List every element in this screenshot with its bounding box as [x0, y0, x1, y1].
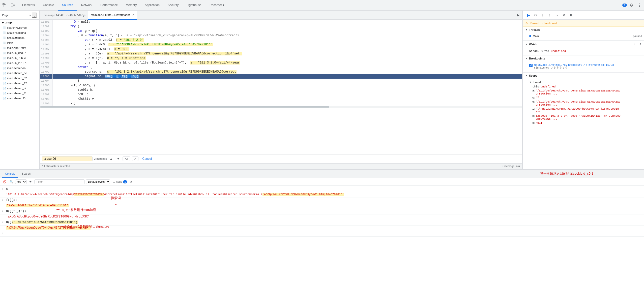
- find-regex-button[interactable]: .*: [132, 156, 138, 161]
- thread-main: Main paused: [529, 34, 642, 38]
- find-bar: 2 matches ▲ ▼ Aa .* Cancel: [40, 154, 522, 163]
- file-icon: 📄: [3, 62, 6, 65]
- more-options-button[interactable]: ⋮: [636, 2, 643, 9]
- device-toolbar-button[interactable]: [9, 2, 16, 9]
- file-tree-item[interactable]: 📄main.shared_12: [0, 81, 39, 86]
- settings-button[interactable]: ⚙: [628, 2, 635, 9]
- code-line-11704: 11704 }: [40, 79, 522, 83]
- step-button[interactable]: →: [553, 12, 560, 18]
- editor-tab-1[interactable]: main.app.1494fb...c7405b851f7.js: [41, 11, 88, 20]
- context-select[interactable]: top: [15, 179, 27, 184]
- file-tree-item[interactable]: 📄search?type=co: [0, 25, 39, 30]
- file-tree-item[interactable]: 📄main.lib_0ad37: [0, 50, 39, 55]
- console-content-wrapper: › s '101_3_2.0+/api/v4/search_v3?t=gener…: [0, 186, 644, 285]
- resume-button[interactable]: ▶: [525, 12, 532, 18]
- step-over-button[interactable]: ↺: [532, 12, 539, 18]
- watch-header[interactable]: ▼ Watch + ↺: [523, 41, 644, 48]
- step-out-button[interactable]: ↑: [546, 12, 553, 18]
- file-tree-item[interactable]: 📄main.lib_79b5c: [0, 55, 39, 60]
- code-line-11699: 11699 , c = z(t) c = "", t = undefined: [40, 56, 522, 60]
- scope-var-n: n: {zse93: '101_3_2.0', dc0: '"ABCQX1wNi…: [529, 114, 642, 121]
- console-text: '101_3_2.0+/api/v4/search_v3?t=general&q…: [6, 193, 642, 196]
- tree-root-label: top: [8, 21, 12, 24]
- console-clear-button[interactable]: 🚫: [2, 179, 8, 184]
- file-tree-root-folder[interactable]: ▶ □ top: [0, 20, 39, 25]
- threads-arrow: ▼: [525, 28, 528, 31]
- file-tree-item[interactable]: 📄aria.js?appid=a: [0, 30, 39, 35]
- scope-var-i: i: "\"ABCQX1wNixSPTmK_JEHxUc00Hb9yGoW5_9…: [529, 107, 642, 114]
- tab-lighthouse[interactable]: Lighthouse: [183, 0, 206, 11]
- breakpoints-header[interactable]: ▼ Breakpoints: [523, 55, 644, 61]
- file-tree-item[interactable]: 📄main.shared_dc: [0, 86, 39, 91]
- console-toolbar: 🚫 🔍 top 👁 Default levels 1 Issue 1 ⚙: [0, 178, 644, 186]
- console-input-arrow: ›: [2, 221, 5, 224]
- tab-network[interactable]: Network: [77, 0, 96, 11]
- find-prev-button[interactable]: ▲: [108, 156, 114, 162]
- scope-header[interactable]: ▼ Scope: [523, 73, 644, 79]
- editor-tab-2-close[interactable]: ✕: [132, 13, 134, 16]
- console-prompt-line[interactable]: ›: [0, 231, 644, 237]
- threads-header[interactable]: ▼ Threads: [523, 27, 644, 33]
- console-filter-toggle[interactable]: 🔍: [9, 179, 14, 184]
- code-line-11691: 11691 , O = null;: [40, 20, 522, 24]
- watch-add-button[interactable]: +: [632, 42, 636, 47]
- file-icon: 📄: [3, 82, 6, 85]
- editor-tab-2[interactable]: main.app.1494fb...7.js:formatted ✕: [88, 11, 137, 20]
- find-input[interactable]: [42, 156, 93, 161]
- file-tree-item[interactable]: 📄main shared f3: [0, 96, 39, 101]
- find-next-button[interactable]: ▼: [115, 156, 121, 162]
- find-match-case-button[interactable]: Aa: [123, 156, 130, 161]
- scope-local-label[interactable]: ▼ Local: [529, 80, 642, 85]
- breakpoint-file: main.app.1494fb187c7405b851f7.js:formatt…: [534, 64, 642, 67]
- tab-console[interactable]: Console: [39, 0, 58, 11]
- watch-refresh-button[interactable]: ↺: [637, 42, 642, 47]
- inspect-element-button[interactable]: [1, 2, 8, 9]
- threads-content: Main paused: [523, 33, 644, 40]
- console-output: › s '101_3_2.0+/api/v4/search_v3?t=gener…: [0, 186, 644, 238]
- console-eye-button[interactable]: 👁: [28, 179, 33, 184]
- tab-sources[interactable]: Sources: [58, 0, 77, 11]
- find-cancel-button[interactable]: Cancel: [140, 156, 154, 161]
- file-tree: ▶ □ top 📄search?type=co 📄aria.js?appid=a…: [0, 20, 39, 169]
- file-tree-item[interactable]: 📄main.shared_92: [0, 76, 39, 81]
- h-scrollbar[interactable]: [40, 106, 522, 108]
- file-panel-menu-button[interactable]: ⋮: [32, 13, 37, 18]
- file-icon: 📄: [3, 67, 6, 70]
- tab-application[interactable]: Application: [141, 0, 164, 11]
- tab-performance[interactable]: Performance: [96, 0, 122, 11]
- console-entry-f: › f()(s): [0, 198, 644, 203]
- scope-var-e: e: "/api/v4/search_v3?t=general&q=%E7%99…: [529, 100, 642, 107]
- console-text: 'aXt0rAUqcHtpgqOyygY0HrXqcM2f2T0009Nqr4r…: [6, 226, 642, 230]
- tab-elements[interactable]: Elements: [18, 0, 39, 11]
- deactivate-button[interactable]: ✕: [561, 12, 567, 18]
- breakpoint-checkbox[interactable]: [529, 64, 533, 67]
- file-tree-item[interactable]: 📄init.js: [0, 40, 39, 45]
- pause-exceptions-button[interactable]: ⏸: [568, 12, 574, 18]
- filter-input[interactable]: [34, 179, 85, 184]
- console-text: u()(f()(s)): [6, 209, 642, 213]
- file-tree-item[interactable]: 📄hm.js?98bee5: [0, 35, 39, 40]
- watch-arrow: ▼: [525, 43, 528, 46]
- file-tree-item[interactable]: 📄main.shared_f3: [0, 91, 39, 96]
- file-icon: 📄: [3, 52, 6, 54]
- file-tree-item[interactable]: 📄main.lib_29107.: [0, 60, 39, 66]
- tab-memory[interactable]: Memory: [122, 0, 141, 11]
- file-icon: 📄: [3, 26, 6, 29]
- console-settings-button[interactable]: ⚙: [128, 179, 134, 184]
- editor-tab-1-label: main.app.1494fb...c7405b851f7.js: [44, 14, 85, 17]
- tab-security[interactable]: Security: [164, 0, 183, 11]
- log-level-select[interactable]: Default levels: [86, 179, 110, 184]
- tab-recorder[interactable]: Recorder ♦: [206, 0, 228, 11]
- bottom-tab-search[interactable]: Search: [19, 170, 34, 178]
- code-line-11695: 11695 var r = n.zse93 r = "101_3_2.0": [40, 38, 522, 42]
- breakpoint-item: main.app.1494fb187c7405b851f7.js:formatt…: [529, 62, 642, 70]
- file-tree-item[interactable]: 📄main.app.1494f: [0, 45, 39, 50]
- bottom-tab-console[interactable]: Console: [2, 170, 18, 178]
- console-text: f()(s): [6, 198, 642, 202]
- file-tree-item[interactable]: 📄main.shared_5c: [0, 71, 39, 76]
- console-entry-s: › s: [0, 187, 644, 192]
- file-tree-item[interactable]: 📄main.search-ro: [0, 66, 39, 71]
- step-into-button[interactable]: ↓: [539, 12, 546, 18]
- notification-badge: 1: [622, 4, 627, 7]
- editor-toggle-button[interactable]: ▶: [515, 12, 521, 18]
